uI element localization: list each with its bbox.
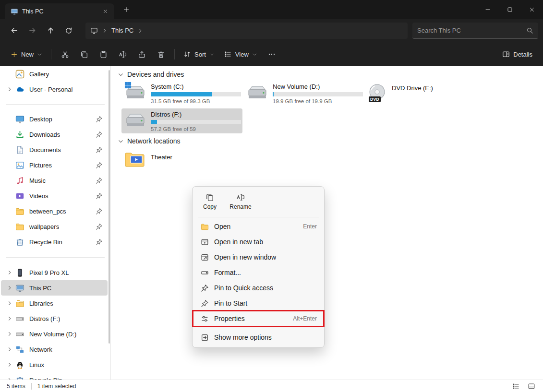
sidebar-item-downloads[interactable]: Downloads — [1, 127, 108, 142]
back-button[interactable] — [5, 23, 23, 39]
sidebar-item-recycle-bin-tree[interactable]: Recycle Bin — [1, 372, 108, 380]
copy-button[interactable] — [74, 46, 94, 63]
chevron-right-icon[interactable] — [7, 285, 12, 291]
delete-button[interactable] — [151, 46, 170, 63]
share-icon — [138, 50, 146, 59]
copy-icon — [205, 193, 214, 202]
tab-close-button[interactable] — [99, 5, 111, 18]
sidebar-item-this-pc[interactable]: This PC — [1, 280, 108, 296]
sidebar-item-onedrive[interactable]: User - Personal — [1, 82, 108, 97]
group-header-network[interactable]: Network locations — [118, 137, 181, 145]
new-tab-button[interactable] — [120, 3, 133, 16]
chevron-right-icon[interactable] — [7, 331, 12, 337]
chevron-down-icon — [37, 52, 42, 57]
chevron-down-icon — [209, 52, 215, 57]
network-item-theater[interactable]: Theater — [121, 148, 242, 175]
chevron-down-icon[interactable] — [118, 71, 124, 78]
chevron-right-icon[interactable] — [7, 362, 12, 368]
copy-icon — [80, 50, 88, 59]
close-button[interactable] — [521, 0, 543, 19]
menu-item-open[interactable]: Open Enter — [195, 219, 322, 234]
sidebar-item-recycle-bin[interactable]: Recycle Bin — [1, 234, 108, 249]
drive-tile-dvd-e[interactable]: DVD DVD Drive (E:) — [365, 81, 481, 106]
menu-item-open-new-tab[interactable]: Open in new tab — [195, 234, 322, 249]
explorer-tab[interactable]: This PC — [5, 3, 114, 19]
sidebar-item-network[interactable]: Network — [1, 342, 108, 357]
details-button[interactable]: Details — [497, 46, 537, 63]
drive-tile-distros-f[interactable]: Distros (F:) 57.2 GB free of 59 — [121, 108, 242, 133]
sidebar-item-label: New Volume (D:) — [29, 331, 76, 338]
address-bar[interactable]: This PC — [85, 23, 408, 39]
items-count: 5 items — [7, 383, 25, 390]
recycle-bin-icon — [15, 238, 24, 247]
chevron-right-icon[interactable] — [7, 346, 12, 352]
sidebar-item-label: User - Personal — [29, 86, 72, 93]
view-button[interactable]: View — [219, 46, 262, 63]
network-item-name: Theater — [151, 150, 172, 161]
sidebar-item-videos[interactable]: Videos — [1, 188, 108, 203]
sidebar-item-label: Libraries — [29, 300, 53, 307]
maximize-button[interactable] — [499, 0, 521, 19]
drive-tile-new-volume-d[interactable]: New Volume (D:) 19.9 GB free of 19.9 GB — [243, 81, 364, 106]
menu-item-pin-to-start[interactable]: Pin to Start — [195, 296, 322, 311]
rename-quick-button[interactable]: Rename — [227, 190, 254, 213]
search-input[interactable] — [417, 27, 522, 34]
music-icon — [15, 176, 24, 185]
chevron-right-icon[interactable] — [7, 377, 12, 380]
sidebar-item-linux[interactable]: Linux — [1, 357, 108, 372]
group-header-devices[interactable]: Devices and drives — [118, 71, 184, 78]
new-button[interactable]: New — [6, 46, 47, 63]
paste-button[interactable] — [94, 46, 113, 63]
hard-drive-icon — [246, 83, 268, 102]
cut-button[interactable] — [55, 46, 74, 63]
menu-item-format[interactable]: Format... — [195, 265, 322, 280]
more-options-button[interactable] — [262, 46, 281, 63]
menu-item-show-more-options[interactable]: Show more options — [195, 330, 322, 345]
sidebar-item-label: Distros (F:) — [29, 315, 60, 322]
breadcrumb-this-pc[interactable]: This PC — [111, 27, 133, 34]
up-button[interactable] — [41, 23, 60, 39]
search-icon[interactable] — [526, 27, 533, 34]
tab-title: This PC — [22, 8, 95, 15]
pin-icon — [96, 146, 103, 154]
sidebar-item-music[interactable]: Music — [1, 173, 108, 188]
libraries-icon — [15, 299, 24, 308]
sidebar-item-between-pcs[interactable]: between_pcs — [1, 203, 108, 219]
sidebar-item-distros-f[interactable]: Distros (F:) — [1, 311, 108, 326]
content-area: Devices and drives System (C:) 31.5 GB f… — [111, 66, 543, 380]
sort-button[interactable]: Sort — [179, 46, 219, 63]
folder-icon — [15, 222, 24, 231]
menu-item-open-new-window[interactable]: Open in new window — [195, 249, 322, 265]
thumbnail-view-button[interactable] — [527, 381, 536, 391]
sidebar-item-pictures[interactable]: Pictures — [1, 157, 108, 173]
sidebar-item-libraries[interactable]: Libraries — [1, 296, 108, 311]
chevron-right-icon[interactable] — [7, 86, 12, 92]
chevron-right-icon[interactable] — [7, 300, 12, 306]
group-title: Devices and drives — [127, 71, 184, 78]
sidebar-item-pixel-9-pro-xl[interactable]: Pixel 9 Pro XL — [1, 265, 108, 280]
copy-quick-button[interactable]: Copy — [196, 190, 224, 213]
chevron-right-icon[interactable] — [7, 270, 12, 275]
sidebar-item-wallpapers[interactable]: wallpapers — [1, 219, 108, 234]
chevron-down-icon[interactable] — [118, 138, 124, 144]
menu-item-label: Pin to Start — [214, 299, 317, 307]
drive-tile-system-c[interactable]: System (C:) 31.5 GB free of 99.3 GB — [121, 81, 242, 106]
network-icon — [15, 345, 24, 354]
folder-open-icon — [201, 223, 209, 231]
sidebar-scrollbar[interactable] — [109, 70, 110, 344]
chevron-right-icon[interactable] — [7, 316, 12, 321]
sidebar-item-label: wallpapers — [29, 223, 59, 230]
minimize-button[interactable] — [477, 0, 499, 19]
sidebar-item-gallery[interactable]: Gallery — [1, 66, 108, 82]
refresh-button[interactable] — [60, 23, 78, 39]
chevron-right-icon[interactable] — [137, 28, 143, 34]
details-view-button[interactable] — [511, 381, 521, 391]
menu-item-pin-quick-access[interactable]: Pin to Quick access — [195, 280, 322, 296]
sidebar-item-new-volume-d[interactable]: New Volume (D:) — [1, 326, 108, 342]
sidebar-item-desktop[interactable]: Desktop — [1, 111, 108, 127]
menu-item-properties[interactable]: Properties Alt+Enter — [195, 311, 322, 326]
share-button[interactable] — [132, 46, 151, 63]
rename-button[interactable] — [113, 46, 132, 63]
forward-button[interactable] — [23, 23, 41, 39]
sidebar-item-documents[interactable]: Documents — [1, 142, 108, 157]
